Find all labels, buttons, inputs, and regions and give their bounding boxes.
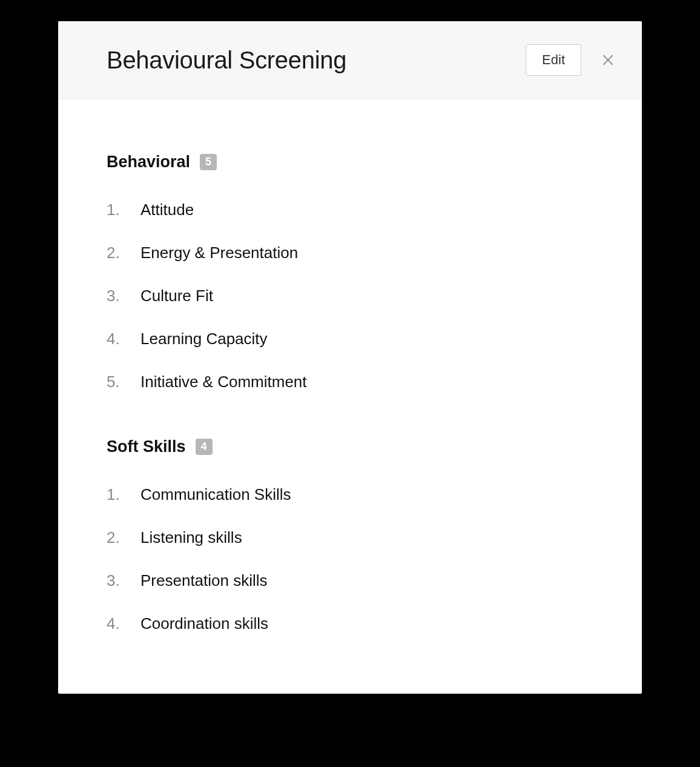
item-label: Listening skills [140,528,242,547]
count-badge: 4 [196,439,213,455]
edit-button[interactable]: Edit [526,44,581,76]
item-label: Coordination skills [140,614,268,633]
list-item: 4. Coordination skills [107,602,593,645]
count-badge: 5 [200,154,217,170]
item-label: Culture Fit [140,287,213,305]
item-number: 1. [107,201,140,219]
item-label: Learning Capacity [140,330,268,348]
item-label: Initiative & Commitment [140,373,307,391]
panel-title: Behavioural Screening [107,47,526,74]
section-title: Soft Skills [107,437,186,456]
item-label: Communication Skills [140,485,291,504]
panel-body: Behavioral 5 1. Attitude 2. Energy & Pre… [58,99,642,694]
list-item: 5. Initiative & Commitment [107,360,593,403]
item-number: 5. [107,373,140,391]
item-number: 3. [107,571,140,590]
list-item: 1. Attitude [107,188,593,231]
list-item: 2. Listening skills [107,516,593,559]
list-item: 3. Presentation skills [107,559,593,602]
section-soft-skills: Soft Skills 4 1. Communication Skills 2.… [107,437,593,645]
item-label: Attitude [140,201,194,219]
item-number: 2. [107,244,140,262]
panel-header: Behavioural Screening Edit [58,21,642,99]
screening-panel: Behavioural Screening Edit Behavioral 5 … [58,21,642,694]
item-number: 1. [107,485,140,504]
item-label: Presentation skills [140,571,268,590]
item-label: Energy & Presentation [140,244,298,262]
close-icon[interactable] [599,51,616,68]
list-item: 2. Energy & Presentation [107,231,593,274]
item-number: 3. [107,287,140,305]
list-item: 4. Learning Capacity [107,317,593,360]
section-title: Behavioral [107,153,190,171]
item-number: 4. [107,614,140,633]
item-number: 2. [107,528,140,547]
item-list: 1. Attitude 2. Energy & Presentation 3. … [107,188,593,403]
section-behavioral: Behavioral 5 1. Attitude 2. Energy & Pre… [107,153,593,403]
list-item: 3. Culture Fit [107,274,593,317]
list-item: 1. Communication Skills [107,473,593,516]
item-list: 1. Communication Skills 2. Listening ski… [107,473,593,645]
section-header: Soft Skills 4 [107,437,593,456]
section-header: Behavioral 5 [107,153,593,171]
item-number: 4. [107,330,140,348]
